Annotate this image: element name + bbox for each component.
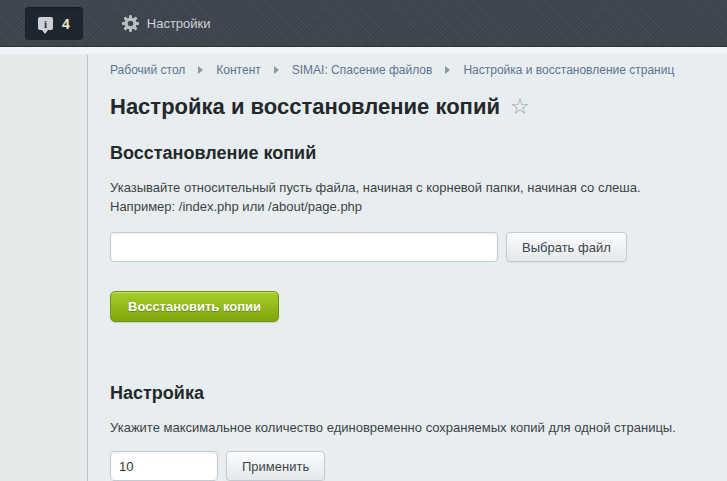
favorite-star-icon[interactable]: ☆ bbox=[510, 96, 530, 118]
gear-icon bbox=[121, 14, 140, 33]
restore-section: Восстановление копий Указывайте относите… bbox=[110, 143, 707, 322]
breadcrumb-item-desktop[interactable]: Рабочий стол bbox=[110, 63, 185, 77]
restore-section-heading: Восстановление копий bbox=[110, 143, 707, 164]
settings-section: Настройка Укажите максимальное количеств… bbox=[110, 383, 707, 481]
top-toolbar: i 4 Настройки bbox=[0, 0, 727, 47]
breadcrumb-item-simai[interactable]: SIMAI: Спасение файлов bbox=[292, 63, 433, 77]
settings-label: Настройки bbox=[147, 16, 211, 31]
breadcrumb-item-content[interactable]: Контент bbox=[216, 63, 260, 77]
choose-file-button[interactable]: Выбрать файл bbox=[506, 232, 627, 262]
notifications-count: 4 bbox=[62, 16, 70, 32]
max-copies-input[interactable] bbox=[110, 451, 218, 481]
settings-section-heading: Настройка bbox=[110, 383, 707, 404]
settings-help-text: Укажите максимальное количество единовре… bbox=[110, 418, 707, 437]
info-bubble-icon: i bbox=[38, 17, 53, 30]
restore-copies-button[interactable]: Восстановить копии bbox=[110, 291, 279, 322]
restore-help-text: Указывайте относительный пусть файла, на… bbox=[110, 178, 707, 216]
notifications-counter-button[interactable]: i 4 bbox=[25, 7, 83, 40]
page-title: Настройка и восстановление копий bbox=[110, 94, 500, 120]
content-area: Рабочий стол Контент SIMAI: Спасение фай… bbox=[0, 47, 727, 481]
breadcrumb: Рабочий стол Контент SIMAI: Спасение фай… bbox=[110, 63, 707, 77]
settings-menu-button[interactable]: Настройки bbox=[121, 14, 211, 33]
breadcrumb-separator-icon bbox=[445, 66, 450, 74]
left-sidebar-strip bbox=[0, 55, 88, 481]
breadcrumb-item-current: Настройка и восстановление страниц bbox=[463, 63, 674, 77]
apply-button[interactable]: Применить bbox=[226, 451, 325, 481]
main-panel: Рабочий стол Контент SIMAI: Спасение фай… bbox=[89, 47, 727, 481]
breadcrumb-separator-icon bbox=[198, 66, 203, 74]
breadcrumb-separator-icon bbox=[274, 66, 279, 74]
file-path-input[interactable] bbox=[110, 232, 498, 262]
